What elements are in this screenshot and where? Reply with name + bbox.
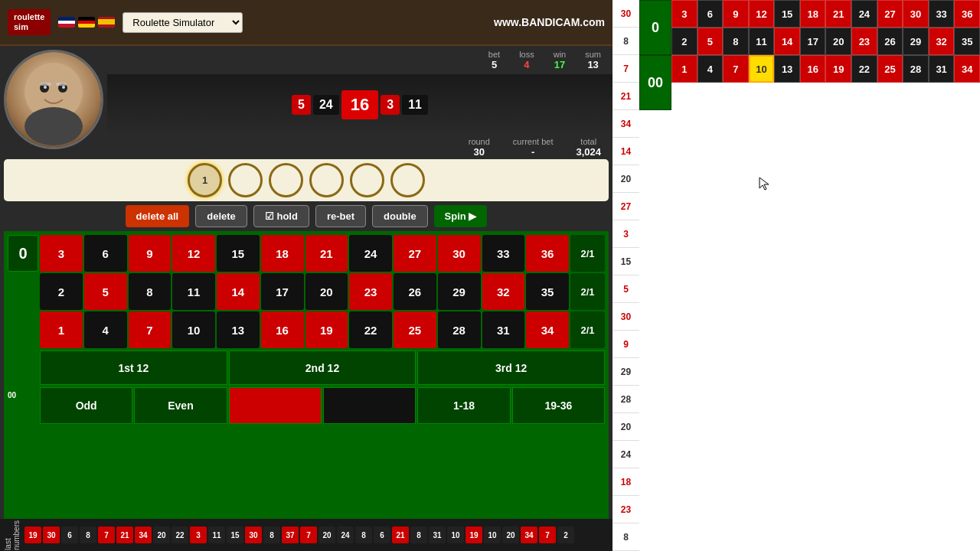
cell-36[interactable]: 36 bbox=[526, 235, 569, 272]
board-cell-32[interactable]: 32 bbox=[929, 28, 955, 55]
board-cell-11[interactable]: 11 bbox=[749, 28, 775, 55]
first-dozen[interactable]: 1st 12 bbox=[40, 350, 227, 385]
high-bet[interactable]: 19-36 bbox=[512, 387, 605, 424]
hold-button[interactable]: ☑ hold bbox=[253, 205, 309, 227]
board-cell-27[interactable]: 27 bbox=[877, 0, 903, 28]
cell-23[interactable]: 23 bbox=[349, 273, 392, 310]
ratio-2-1-bot[interactable]: 2/1 bbox=[570, 311, 605, 348]
board-cell-r3-22[interactable]: 22 bbox=[851, 55, 877, 83]
cell-18[interactable]: 18 bbox=[261, 235, 304, 272]
cell-9[interactable]: 9 bbox=[129, 235, 172, 272]
board-double-zero[interactable]: 00 bbox=[639, 55, 671, 110]
side-num[interactable]: 27 bbox=[612, 193, 639, 220]
side-num[interactable]: 8 bbox=[612, 523, 639, 551]
side-num[interactable]: 8 bbox=[612, 28, 639, 55]
cell-26[interactable]: 26 bbox=[394, 273, 436, 310]
side-num[interactable]: 7 bbox=[612, 55, 639, 83]
side-num[interactable]: 9 bbox=[612, 331, 639, 358]
token-4[interactable] bbox=[309, 163, 344, 197]
delete-all-button[interactable]: delete all bbox=[126, 205, 190, 227]
board-cell-21[interactable]: 21 bbox=[825, 0, 851, 28]
double-button[interactable]: double bbox=[372, 205, 428, 227]
board-cell-r3-25[interactable]: 25 bbox=[877, 55, 903, 83]
cell-12[interactable]: 12 bbox=[172, 235, 215, 272]
cell-4[interactable]: 4 bbox=[84, 311, 127, 348]
cell-35[interactable]: 35 bbox=[526, 273, 569, 310]
re-bet-button[interactable]: re-bet bbox=[315, 205, 366, 227]
cell-3[interactable]: 3 bbox=[40, 235, 83, 272]
cell-5[interactable]: 5 bbox=[84, 273, 127, 310]
cell-7[interactable]: 7 bbox=[129, 311, 172, 348]
board-cell-33[interactable]: 33 bbox=[929, 0, 955, 28]
board-cell-8[interactable]: 8 bbox=[723, 28, 749, 55]
odd-bet[interactable]: Odd bbox=[40, 387, 132, 424]
cell-27[interactable]: 27 bbox=[394, 235, 436, 272]
token-1[interactable]: 1 bbox=[188, 163, 222, 197]
cell-8[interactable]: 8 bbox=[129, 273, 172, 310]
board-cell-r3-34[interactable]: 34 bbox=[954, 55, 980, 83]
ratio-2-1-top[interactable]: 2/1 bbox=[570, 235, 605, 272]
board-cell-5[interactable]: 5 bbox=[697, 28, 724, 55]
cell-14[interactable]: 14 bbox=[217, 273, 260, 310]
board-cell-15[interactable]: 15 bbox=[774, 0, 800, 28]
board-cell-r3-1[interactable]: 1 bbox=[671, 55, 697, 83]
board-cell-24[interactable]: 24 bbox=[851, 0, 877, 28]
board-cell-30[interactable]: 30 bbox=[903, 0, 929, 28]
side-num[interactable]: 18 bbox=[612, 468, 639, 496]
cell-33[interactable]: 33 bbox=[482, 235, 525, 272]
board-cell-17[interactable]: 17 bbox=[800, 28, 826, 55]
cell-1[interactable]: 1 bbox=[40, 311, 83, 348]
side-num[interactable]: 29 bbox=[612, 358, 639, 386]
spin-button[interactable]: Spin ▶ bbox=[434, 205, 488, 227]
side-num[interactable]: 20 bbox=[612, 165, 639, 193]
cell-28[interactable]: 28 bbox=[438, 311, 481, 348]
side-num[interactable]: 30 bbox=[612, 0, 639, 28]
cell-20[interactable]: 20 bbox=[305, 273, 348, 310]
cell-16[interactable]: 16 bbox=[261, 311, 304, 348]
even-bet[interactable]: Even bbox=[134, 387, 227, 424]
board-cell-6[interactable]: 6 bbox=[697, 0, 724, 28]
board-cell-3[interactable]: 3 bbox=[671, 0, 697, 28]
board-cell-r3-13[interactable]: 13 bbox=[774, 55, 800, 83]
ratio-2-1-mid[interactable]: 2/1 bbox=[570, 273, 605, 310]
board-cell-2[interactable]: 2 bbox=[671, 28, 697, 55]
board-cell-23[interactable]: 23 bbox=[851, 28, 877, 55]
board-cell-18[interactable]: 18 bbox=[800, 0, 826, 28]
cell-11[interactable]: 11 bbox=[172, 273, 215, 310]
side-num[interactable]: 14 bbox=[612, 138, 639, 165]
simulator-select[interactable]: Roulette Simulator bbox=[122, 12, 243, 33]
side-num[interactable]: 5 bbox=[612, 276, 639, 303]
third-dozen[interactable]: 3rd 12 bbox=[417, 350, 605, 385]
side-num[interactable]: 23 bbox=[612, 496, 639, 523]
red-bet[interactable] bbox=[229, 387, 322, 424]
board-cell-35[interactable]: 35 bbox=[954, 28, 980, 55]
side-num[interactable]: 20 bbox=[612, 413, 639, 441]
board-cell-9[interactable]: 9 bbox=[723, 0, 749, 28]
board-cell-r3-10[interactable]: 10 bbox=[749, 55, 775, 83]
black-bet[interactable] bbox=[323, 387, 416, 424]
cell-34[interactable]: 34 bbox=[526, 311, 569, 348]
side-num[interactable]: 24 bbox=[612, 441, 639, 468]
side-num[interactable]: 28 bbox=[612, 386, 639, 413]
cell-10[interactable]: 10 bbox=[172, 311, 215, 348]
board-cell-r3-31[interactable]: 31 bbox=[929, 55, 955, 83]
board-cell-14[interactable]: 14 bbox=[774, 28, 800, 55]
cell-15[interactable]: 15 bbox=[217, 235, 260, 272]
delete-button[interactable]: delete bbox=[195, 205, 247, 227]
board-cell-12[interactable]: 12 bbox=[749, 0, 775, 28]
board-cell-r3-7[interactable]: 7 bbox=[723, 55, 749, 83]
cell-17[interactable]: 17 bbox=[261, 273, 304, 310]
low-bet[interactable]: 1-18 bbox=[417, 387, 510, 424]
cell-30[interactable]: 30 bbox=[438, 235, 481, 272]
cell-31[interactable]: 31 bbox=[482, 311, 525, 348]
side-num[interactable]: 21 bbox=[612, 83, 639, 110]
zero-cell[interactable]: 0 bbox=[8, 235, 38, 272]
token-6[interactable] bbox=[390, 163, 425, 197]
side-num[interactable]: 30 bbox=[612, 303, 639, 331]
token-5[interactable] bbox=[350, 163, 384, 197]
board-cell-r3-16[interactable]: 16 bbox=[800, 55, 826, 83]
cell-2[interactable]: 2 bbox=[40, 273, 83, 310]
board-zero[interactable]: 0 bbox=[639, 0, 671, 55]
board-cell-20[interactable]: 20 bbox=[825, 28, 851, 55]
board-cell-r3-19[interactable]: 19 bbox=[825, 55, 851, 83]
